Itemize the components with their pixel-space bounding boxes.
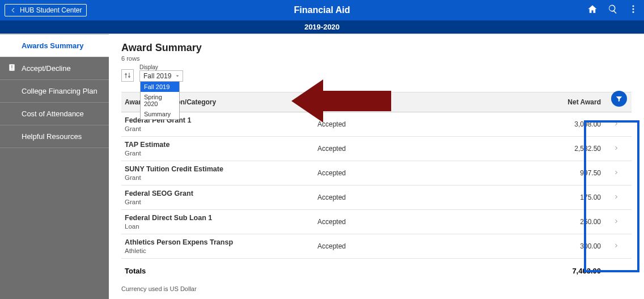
sidebar-item-college-financing-plan[interactable]: College Financing Plan <box>0 80 109 103</box>
svg-point-1 <box>633 9 634 10</box>
svg-rect-5 <box>11 69 12 69</box>
award-category: Grant <box>125 199 317 205</box>
svg-point-2 <box>633 11 634 13</box>
rows-count: 6 rows <box>121 55 632 62</box>
award-category: Grant <box>125 150 317 157</box>
filter-icon <box>615 95 623 103</box>
aid-year-label: 2019-2020 <box>304 23 340 31</box>
award-category: Athletic <box>125 247 317 254</box>
more-icon[interactable] <box>628 4 638 16</box>
sidebar-item-awards-summary[interactable]: Awards Summary <box>0 35 109 57</box>
display-selected-value: Fall 2019 <box>143 72 171 80</box>
chevron-right-icon[interactable] <box>613 120 619 128</box>
chevron-right-icon[interactable] <box>613 193 619 201</box>
sidebar-item-accept-decline[interactable]: Accept/Decline <box>0 57 109 80</box>
currency-note: Currency used is US Dollar <box>121 285 632 292</box>
awards-table: Award Description/Category Award Status … <box>121 92 632 283</box>
search-icon[interactable] <box>608 4 618 16</box>
award-net: 3,098.00 <box>482 120 601 128</box>
aid-year-bar: 2019-2020 <box>0 20 644 33</box>
home-icon[interactable] <box>587 4 598 16</box>
display-control: Display Fall 2019 Fall 2019 Spring 2020 … <box>139 64 183 82</box>
top-bar: HUB Student Center Financial Aid <box>0 0 644 20</box>
totals-value: 7,403.00 <box>482 267 601 275</box>
table-row[interactable]: Federal SEOG GrantGrantAccepted175.00 <box>121 186 632 210</box>
table-row[interactable]: Athletics Person Expens TranspAthleticAc… <box>121 234 632 259</box>
award-description: Federal Direct Sub Loan 1 <box>125 214 317 222</box>
sidebar-item-label: Accept/Decline <box>22 64 71 73</box>
sidebar: Awards Summary Accept/Decline College Fi… <box>0 34 109 299</box>
award-net: 997.50 <box>482 169 601 177</box>
page-app-title: Financial Aid <box>294 5 350 15</box>
table-row[interactable]: Federal Pell Grant 1GrantAccepted3,098.0… <box>121 112 632 137</box>
main-content: Award Summary 6 rows Display Fall 2019 F… <box>109 34 644 299</box>
chevron-right-icon[interactable] <box>613 145 619 153</box>
sidebar-item-label: Awards Summary <box>22 41 84 50</box>
table-header: Award Description/Category Award Status … <box>121 92 632 112</box>
award-description: Federal SEOG Grant <box>125 189 317 197</box>
sidebar-item-label: College Financing Plan <box>22 87 98 95</box>
award-status: Accepted <box>317 169 482 177</box>
totals-label: Totals <box>125 267 317 275</box>
award-category: Grant <box>125 174 317 181</box>
display-label: Display <box>139 64 183 70</box>
display-dropdown: Fall 2019 Spring 2020 Summary <box>140 81 180 120</box>
alert-icon <box>8 64 16 71</box>
chevron-down-icon <box>175 73 180 79</box>
dropdown-option[interactable]: Summary <box>141 109 179 119</box>
sidebar-item-label: Helpful Resources <box>22 132 82 141</box>
award-description: Athletics Person Expens Transp <box>125 238 317 246</box>
sort-icon <box>124 71 132 79</box>
award-status: Accepted <box>317 218 482 226</box>
award-status: Accepted <box>317 193 482 201</box>
back-button-label: HUB Student Center <box>20 6 82 14</box>
chevron-right-icon[interactable] <box>613 169 619 177</box>
award-net: 300.00 <box>482 242 601 250</box>
sidebar-item-label: Cost of Attendance <box>22 110 84 118</box>
table-row[interactable]: Federal Direct Sub Loan 1LoanAccepted250… <box>121 210 632 234</box>
award-status: Accepted <box>317 120 482 128</box>
back-button[interactable]: HUB Student Center <box>5 4 87 16</box>
chevron-right-icon[interactable] <box>613 242 619 250</box>
arrow-left-icon <box>10 7 16 14</box>
award-net: 250.00 <box>482 218 601 226</box>
th-award-status: Award Status <box>317 98 482 106</box>
th-net-award: Net Award <box>482 98 601 106</box>
svg-point-0 <box>633 5 634 7</box>
award-category: Grant <box>125 125 317 132</box>
award-description: SUNY Tuition Credit Estimate <box>125 165 317 173</box>
totals-row: Totals 7,403.00 <box>121 259 632 283</box>
display-select[interactable]: Fall 2019 Fall 2019 Spring 2020 Summary <box>139 70 183 82</box>
award-status: Accepted <box>317 145 482 153</box>
table-row[interactable]: SUNY Tuition Credit EstimateGrantAccepte… <box>121 161 632 186</box>
controls-row: Display Fall 2019 Fall 2019 Spring 2020 … <box>121 64 632 82</box>
sidebar-item-helpful-resources[interactable]: Helpful Resources <box>0 125 109 148</box>
award-category: Loan <box>125 223 317 230</box>
award-net: 2,582.50 <box>482 145 601 153</box>
award-description: TAP Estimate <box>125 141 317 149</box>
body: Awards Summary Accept/Decline College Fi… <box>0 34 644 299</box>
page-title: Award Summary <box>121 42 632 54</box>
chevron-right-icon[interactable] <box>613 218 619 226</box>
table-row[interactable]: TAP EstimateGrantAccepted2,582.50 <box>121 137 632 161</box>
dropdown-option[interactable]: Fall 2019 <box>141 82 179 92</box>
sort-button[interactable] <box>121 69 134 82</box>
sidebar-item-cost-of-attendance[interactable]: Cost of Attendance <box>0 103 109 125</box>
award-net: 175.00 <box>482 193 601 201</box>
dropdown-option[interactable]: Spring 2020 <box>141 92 179 109</box>
award-status: Accepted <box>317 242 482 250</box>
filter-button[interactable] <box>611 91 627 107</box>
svg-rect-4 <box>11 65 12 68</box>
